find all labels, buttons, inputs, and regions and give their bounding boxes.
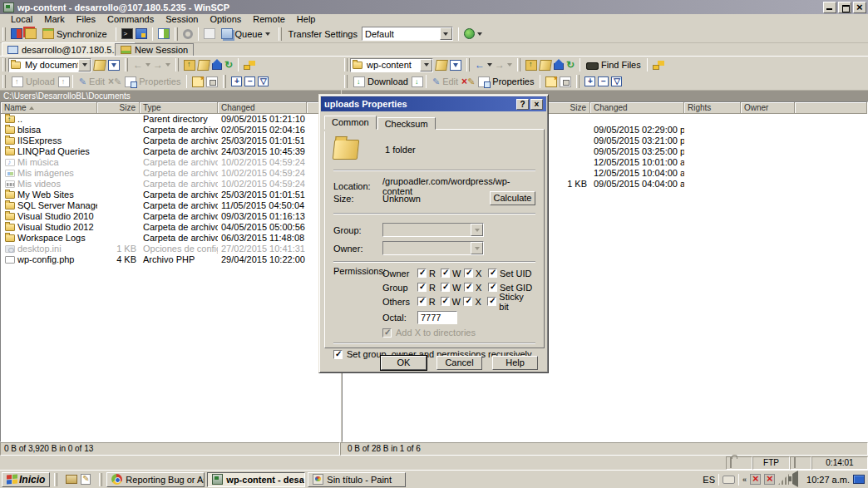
tray-disconnected-icon-2[interactable] [764, 474, 775, 485]
file-row[interactable]: Mis imágenes Carpeta de archivos 10/02/2… [1, 168, 340, 179]
remote-drive-dropdown[interactable] [420, 59, 432, 71]
file-row[interactable]: wp-config.php 4 KB Archivo PHP 29/04/201… [1, 254, 340, 265]
local-edit-button[interactable]: ✎Edit [76, 76, 108, 88]
perm-read-checkbox[interactable] [417, 297, 427, 306]
calculate-button[interactable]: Calculate [490, 191, 535, 205]
remote-back-icon[interactable]: ← [475, 60, 485, 71]
filter-icon[interactable] [108, 60, 120, 71]
dialog-close-icon[interactable]: × [530, 99, 543, 110]
column-changed[interactable]: Changed [218, 102, 307, 114]
hide-icons-chevron[interactable]: « [742, 476, 747, 484]
perm-write-checkbox[interactable] [441, 283, 450, 292]
remote-new-folder-icon[interactable] [545, 76, 557, 87]
explorer-quicklaunch-icon[interactable] [66, 475, 77, 484]
remote-tree-icon[interactable] [653, 65, 659, 70]
remote-delete-icon[interactable]: × [461, 76, 467, 87]
volume-icon[interactable] [792, 471, 798, 487]
refresh-icon[interactable]: ↻ [224, 60, 233, 71]
local-delete-icon[interactable]: × [108, 76, 114, 87]
unselect-files-icon[interactable]: − [244, 76, 255, 86]
remote-forward-icon[interactable]: → [495, 60, 505, 71]
octal-input[interactable]: 7777 [417, 311, 457, 324]
tab-common[interactable]: Common [324, 116, 377, 130]
remote-column-size[interactable]: Size [548, 102, 590, 114]
restore-button[interactable] [838, 2, 851, 13]
open-directory-icon[interactable] [93, 60, 106, 71]
menu-item[interactable]: Local [5, 14, 38, 25]
perm-special-checkbox[interactable] [487, 297, 496, 306]
menu-item[interactable]: Files [71, 14, 101, 25]
column-type[interactable]: Type [140, 102, 218, 114]
remote-select-icon[interactable] [560, 76, 571, 87]
local-rename-icon[interactable]: ✎ [114, 76, 121, 87]
file-row[interactable]: IISExpress Carpeta de archivos 25/03/201… [1, 136, 340, 146]
remote-filter-icon[interactable] [450, 60, 461, 71]
remote-home-directory-icon[interactable] [554, 63, 564, 70]
toolbar-grip[interactable] [2, 27, 6, 41]
perm-read-checkbox[interactable] [417, 269, 427, 278]
remote-edit-button[interactable]: ✎Edit [429, 76, 461, 88]
file-row[interactable]: desktop.ini 1 KB Opciones de config... 2… [1, 244, 340, 254]
menu-item[interactable]: Commands [101, 14, 160, 25]
remote-root-directory-icon[interactable] [539, 60, 552, 71]
file-row[interactable]: .. Parent directory 09/05/2015 01:21:10 … [1, 114, 340, 125]
remote-parent-directory-icon[interactable] [525, 60, 537, 71]
back-icon[interactable]: ← [133, 60, 143, 71]
queue-button[interactable]: Queue [218, 27, 274, 40]
file-row[interactable]: Mi música Carpeta de archivos 10/02/2015… [1, 157, 340, 168]
transfer-settings-dropdown[interactable] [440, 27, 452, 40]
transfer-settings-combo[interactable]: Default [362, 27, 453, 41]
task-button[interactable]: Reporting Bug or Asking ... [106, 472, 205, 487]
session-generate-icon[interactable] [464, 28, 475, 39]
remote-properties-button[interactable]: Properties [475, 76, 537, 88]
task-button[interactable]: Sin título - Paint [308, 472, 406, 487]
synchronize-browsing-icon[interactable] [25, 28, 37, 39]
column-name[interactable]: Name [1, 102, 97, 114]
tab-checksum[interactable]: Checksum [377, 117, 436, 130]
perm-exec-checkbox[interactable] [464, 283, 473, 292]
close-button[interactable] [853, 2, 866, 13]
session-tab-new[interactable]: New Session [115, 43, 194, 56]
preferences-gear-icon[interactable] [183, 29, 193, 39]
start-button[interactable]: Inicio [2, 472, 50, 487]
cancel-button[interactable]: Cancel [436, 356, 482, 370]
addx-checkbox[interactable] [382, 328, 392, 338]
find-files-button[interactable]: Find Files [583, 59, 644, 71]
perm-exec-checkbox[interactable] [463, 297, 472, 306]
remote-open-directory-icon[interactable] [435, 60, 448, 71]
perm-special-checkbox[interactable] [488, 283, 497, 292]
dialog-help-icon[interactable]: ? [516, 99, 529, 110]
session-dropdown-caret[interactable] [477, 32, 482, 36]
parent-directory-icon[interactable] [184, 60, 195, 71]
remote-drive-combo[interactable]: wp-content [350, 58, 433, 72]
language-indicator[interactable]: ES [703, 475, 715, 485]
menu-item[interactable]: Remote [247, 14, 291, 25]
owner-combo[interactable] [382, 241, 484, 255]
clock[interactable]: 10:27 a.m. [806, 475, 850, 485]
local-path-bar[interactable]: C:\Users\DesarrolloBL\Documents [0, 90, 341, 101]
select-files-icon[interactable]: + [231, 76, 242, 86]
show-desktop-icon[interactable] [853, 475, 865, 484]
perm-write-checkbox[interactable] [441, 297, 450, 306]
upload-button[interactable]: Upload [8, 76, 58, 88]
explorer-view-icon[interactable] [158, 28, 170, 39]
help-button[interactable]: Help [492, 356, 538, 370]
file-row[interactable]: Visual Studio 2010 Carpeta de archivos 0… [1, 211, 340, 222]
menu-item[interactable]: Mark [38, 14, 70, 25]
perm-exec-checkbox[interactable] [464, 269, 473, 278]
download-button[interactable]: Download [350, 76, 412, 88]
commander-layout-icon[interactable] [11, 28, 22, 39]
menu-item[interactable]: Session [160, 14, 204, 25]
perm-read-checkbox[interactable] [417, 283, 427, 292]
remote-column-rights[interactable]: Rights [684, 102, 741, 114]
file-row[interactable]: blsisa Carpeta de archivos 02/05/2015 02… [1, 125, 340, 136]
perm-write-checkbox[interactable] [441, 269, 450, 278]
synchronize-button[interactable]: Synchronize [39, 27, 111, 40]
column-size[interactable]: Size [97, 102, 140, 114]
file-row[interactable]: My Web Sites Carpeta de archivos 25/03/2… [1, 190, 340, 200]
minimize-button[interactable] [823, 2, 836, 13]
task-button[interactable]: wp-content - desarrol... [207, 472, 305, 487]
menu-item[interactable]: Help [291, 14, 322, 25]
perm-special-checkbox[interactable] [488, 269, 497, 278]
open-putty-icon[interactable] [136, 28, 147, 39]
